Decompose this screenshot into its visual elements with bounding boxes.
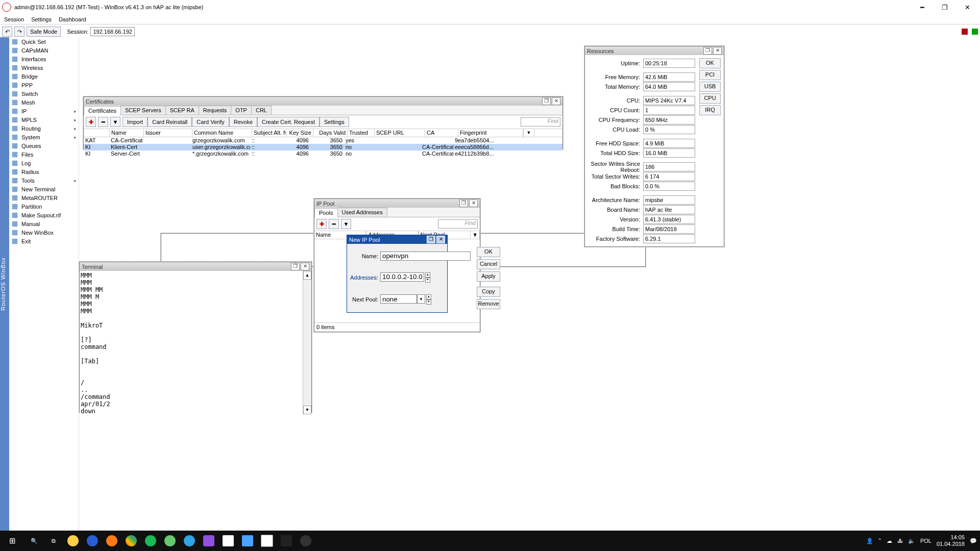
terminal-restore-button[interactable]: ❐ <box>291 263 300 270</box>
window-maximize-button[interactable]: ❐ <box>934 2 955 13</box>
tray-cloud-icon[interactable]: ☁ <box>887 538 892 544</box>
nav-mpls[interactable]: MPLS▸ <box>9 115 79 124</box>
obs-icon[interactable] <box>296 531 315 551</box>
winbox-task-icon[interactable] <box>257 531 277 551</box>
cert-btn-create-cert-request[interactable]: Create Cert. Request <box>257 117 320 127</box>
addresses-spinner[interactable]: ▴▾ <box>425 272 430 283</box>
dialog-remove-button[interactable]: Remove <box>477 299 500 309</box>
nav-wireless[interactable]: Wireless <box>9 63 79 72</box>
firefox-icon[interactable] <box>102 531 121 551</box>
nav-partition[interactable]: Partition <box>9 202 79 211</box>
cert-btn-revoke[interactable]: Revoke <box>229 117 257 127</box>
window-close-button[interactable]: ✕ <box>957 2 978 13</box>
filter-button[interactable]: ▼ <box>110 117 120 127</box>
nav-system[interactable]: System▸ <box>9 133 79 141</box>
nav-bridge[interactable]: Bridge <box>9 72 79 81</box>
dialog-close-button[interactable]: ✕ <box>436 236 445 243</box>
col-san[interactable]: Subject Alt. N.. <box>252 129 286 137</box>
dialog-cancel-button[interactable]: Cancel <box>477 259 500 269</box>
cert-tab-3[interactable]: Requests <box>199 106 231 115</box>
cert-tab-4[interactable]: OTP <box>231 106 252 115</box>
cert-tab-5[interactable]: CRL <box>251 106 272 115</box>
col-name[interactable]: Name <box>110 129 144 137</box>
pool-tab-0[interactable]: Pools <box>314 208 338 217</box>
dialog-ok-button[interactable]: OK <box>477 247 500 257</box>
res-irq-button[interactable]: IRQ <box>699 105 721 115</box>
add-button[interactable]: ✚ <box>86 117 96 127</box>
nav-ppp[interactable]: PPP <box>9 81 79 89</box>
certificates-header[interactable]: Name Issuer Common Name Subject Alt. N..… <box>84 129 562 137</box>
pool-tab-1[interactable]: Used Addresses <box>337 208 387 217</box>
ip-pool-titlebar[interactable]: IP Pool ❐ ✕ <box>314 199 480 208</box>
res-pci-button[interactable]: PCI <box>699 70 721 80</box>
taskview-icon[interactable]: ⧉ <box>44 531 63 551</box>
safe-mode-button[interactable]: Safe Mode <box>27 27 61 37</box>
nav-log[interactable]: Log <box>9 159 79 167</box>
addresses-input[interactable] <box>380 272 424 282</box>
col-issuer[interactable]: Issuer <box>144 129 192 137</box>
pool-remove-button[interactable]: ━ <box>329 219 339 229</box>
phpstorm-icon[interactable] <box>199 531 218 551</box>
col-ks[interactable]: Key Size <box>286 129 313 137</box>
cert-btn-settings[interactable]: Settings <box>320 117 349 127</box>
nav-make-supout-rif[interactable]: Make Supout.rif <box>9 211 79 219</box>
terminal-close-button[interactable]: ✕ <box>301 263 309 270</box>
system-tray[interactable]: 👤 ˄ ☁ 🖧 🔈 POL 14:05 01.04.2018 💬 <box>866 534 980 547</box>
nav-mesh[interactable]: Mesh <box>9 98 79 107</box>
col-cn[interactable]: Common Name <box>192 129 252 137</box>
menu-dashboard[interactable]: Dashboard <box>59 16 86 22</box>
pool-add-button[interactable]: ✚ <box>316 219 327 229</box>
cert-row[interactable]: KATCA-Certificategrzegorzkowalik.com::40… <box>84 137 562 144</box>
tray-lang[interactable]: POL <box>920 538 932 544</box>
start-button[interactable]: ⊞ <box>0 536 24 545</box>
scroll-up-icon[interactable]: ▲ <box>303 271 311 280</box>
notification-center-icon[interactable]: 💬 <box>970 538 977 544</box>
nav-tools[interactable]: Tools▸ <box>9 176 79 185</box>
nav-radius[interactable]: Radius <box>9 167 79 176</box>
nextpool-dropdown-button[interactable]: ▼ <box>417 294 425 304</box>
nav-new-winbox[interactable]: New WinBox <box>9 228 79 237</box>
undo-button[interactable]: ↶ <box>2 27 12 37</box>
window-minimize-button[interactable]: ━ <box>912 2 933 13</box>
spotify-icon[interactable] <box>141 531 160 551</box>
ip-pool-restore-button[interactable]: ❐ <box>459 199 468 207</box>
nav-routing[interactable]: Routing▸ <box>9 124 79 133</box>
taskbar-clock[interactable]: 14:05 01.04.2018 <box>937 534 965 547</box>
col-tag[interactable] <box>84 129 110 137</box>
certificates-close-button[interactable]: ✕ <box>552 97 560 105</box>
col-ca[interactable]: CA <box>425 129 458 137</box>
cert-btn-card-verify[interactable]: Card Verify <box>192 117 229 127</box>
col-dv[interactable]: Days Valid <box>313 129 348 137</box>
dialog-copy-button[interactable]: Copy <box>477 287 500 297</box>
certificates-titlebar[interactable]: Certificates ❐ ✕ <box>84 97 562 106</box>
nav-switch[interactable]: Switch <box>9 89 79 98</box>
file-explorer-icon[interactable] <box>63 531 83 551</box>
ip-pool-close-button[interactable]: ✕ <box>469 199 478 207</box>
nav-files[interactable]: Files <box>9 150 79 159</box>
nav-queues[interactable]: Queues <box>9 141 79 150</box>
app2-icon[interactable] <box>180 531 199 551</box>
nav-manual[interactable]: Manual <box>9 219 79 228</box>
col-scep[interactable]: SCEP URL <box>375 129 425 137</box>
taskbar[interactable]: ⊞ 🔍 ⧉ 👤 ˄ ☁ 🖧 🔈 POL 14:05 01.04.2018 💬 <box>0 531 980 551</box>
res-cpu-button[interactable]: CPU <box>699 93 721 104</box>
tray-people-icon[interactable]: 👤 <box>866 538 873 544</box>
remove-button[interactable]: ━ <box>98 117 108 127</box>
res-usb-button[interactable]: USB <box>699 82 721 92</box>
terminal-body[interactable]: MMMMMMMMM MMMMM MMMMMMM MikroT [?]comman… <box>80 271 311 414</box>
pool-filter-button[interactable]: ▼ <box>341 219 351 229</box>
dialog-restore-button[interactable]: ❐ <box>427 236 435 243</box>
res-ok-button[interactable]: OK <box>699 58 721 68</box>
new-ip-pool-titlebar[interactable]: New IP Pool ❐ ✕ <box>347 235 447 244</box>
blank-task-icon[interactable] <box>277 531 296 551</box>
nav-metarouter[interactable]: MetaROUTER <box>9 193 79 202</box>
dialog-apply-button[interactable]: Apply <box>477 271 500 282</box>
cert-btn-import[interactable]: Import <box>122 117 148 127</box>
terminal-titlebar[interactable]: Terminal ❐ ✕ <box>80 262 311 271</box>
resources-titlebar[interactable]: Resources ❐ ✕ <box>585 46 724 55</box>
scroll-down-icon[interactable]: ▼ <box>303 406 311 414</box>
nav-ip[interactable]: IP▸ <box>9 107 79 115</box>
certificates-restore-button[interactable]: ❐ <box>542 97 551 105</box>
nav-capsman[interactable]: CAPsMAN <box>9 46 79 55</box>
cert-row[interactable]: KIServer-Cert*.grzegorzkowalik.com::4096… <box>84 151 562 157</box>
